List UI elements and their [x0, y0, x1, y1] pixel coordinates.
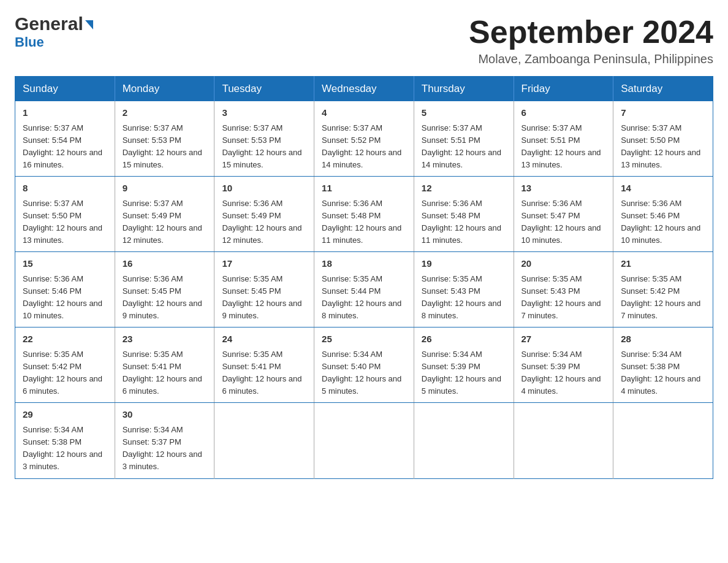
calendar-cell: 6Sunrise: 5:37 AMSunset: 5:51 PMDaylight…	[514, 101, 613, 177]
day-number: 26	[422, 332, 506, 347]
day-number: 17	[222, 257, 306, 271]
day-info: Sunrise: 5:37 AMSunset: 5:53 PMDaylight:…	[222, 122, 306, 172]
calendar-week-row: 22Sunrise: 5:35 AMSunset: 5:42 PMDayligh…	[15, 327, 713, 403]
location-subtitle: Molave, Zamboanga Peninsula, Philippines	[469, 52, 713, 66]
calendar-cell: 4Sunrise: 5:37 AMSunset: 5:52 PMDaylight…	[314, 101, 414, 177]
calendar-cell	[214, 403, 314, 478]
calendar-header-friday: Friday	[514, 77, 613, 102]
day-number: 6	[521, 106, 606, 120]
calendar-header-row: SundayMondayTuesdayWednesdayThursdayFrid…	[15, 77, 713, 102]
logo-blue-text: Blue	[15, 34, 44, 50]
calendar-cell: 1Sunrise: 5:37 AMSunset: 5:54 PMDaylight…	[15, 101, 115, 177]
calendar-cell	[514, 403, 613, 478]
day-number: 9	[123, 182, 207, 196]
day-info: Sunrise: 5:35 AMSunset: 5:42 PMDaylight:…	[23, 348, 107, 398]
calendar-header-saturday: Saturday	[613, 77, 713, 102]
day-info: Sunrise: 5:36 AMSunset: 5:49 PMDaylight:…	[222, 197, 306, 247]
day-info: Sunrise: 5:37 AMSunset: 5:50 PMDaylight:…	[23, 197, 107, 247]
calendar-cell: 22Sunrise: 5:35 AMSunset: 5:42 PMDayligh…	[15, 327, 115, 403]
calendar-cell: 14Sunrise: 5:36 AMSunset: 5:46 PMDayligh…	[613, 177, 713, 252]
calendar-cell: 5Sunrise: 5:37 AMSunset: 5:51 PMDaylight…	[414, 101, 514, 177]
day-number: 5	[422, 106, 506, 120]
day-number: 11	[322, 182, 406, 196]
day-number: 18	[322, 257, 406, 271]
calendar-cell: 17Sunrise: 5:35 AMSunset: 5:45 PMDayligh…	[214, 252, 314, 327]
calendar-header-sunday: Sunday	[15, 77, 115, 102]
day-info: Sunrise: 5:37 AMSunset: 5:50 PMDaylight:…	[621, 122, 705, 172]
day-info: Sunrise: 5:34 AMSunset: 5:40 PMDaylight:…	[322, 348, 406, 398]
day-number: 8	[23, 182, 107, 196]
calendar-cell: 13Sunrise: 5:36 AMSunset: 5:47 PMDayligh…	[514, 177, 613, 252]
calendar-week-row: 8Sunrise: 5:37 AMSunset: 5:50 PMDaylight…	[15, 177, 713, 252]
day-number: 19	[422, 257, 506, 271]
day-number: 23	[123, 332, 207, 347]
calendar-cell: 11Sunrise: 5:36 AMSunset: 5:48 PMDayligh…	[314, 177, 414, 252]
calendar-cell: 19Sunrise: 5:35 AMSunset: 5:43 PMDayligh…	[414, 252, 514, 327]
calendar-cell: 28Sunrise: 5:34 AMSunset: 5:38 PMDayligh…	[613, 327, 713, 403]
calendar-cell: 16Sunrise: 5:36 AMSunset: 5:45 PMDayligh…	[115, 252, 214, 327]
day-number: 25	[322, 332, 406, 347]
day-number: 29	[23, 408, 107, 422]
day-info: Sunrise: 5:37 AMSunset: 5:49 PMDaylight:…	[123, 197, 207, 247]
day-info: Sunrise: 5:34 AMSunset: 5:38 PMDaylight:…	[621, 348, 705, 398]
day-info: Sunrise: 5:36 AMSunset: 5:46 PMDaylight:…	[23, 273, 107, 323]
day-info: Sunrise: 5:35 AMSunset: 5:41 PMDaylight:…	[222, 348, 306, 398]
day-info: Sunrise: 5:37 AMSunset: 5:51 PMDaylight:…	[521, 122, 606, 172]
page-header: General Blue September 2024 Molave, Zamb…	[15, 15, 713, 66]
calendar-cell: 9Sunrise: 5:37 AMSunset: 5:49 PMDaylight…	[115, 177, 214, 252]
calendar-cell: 8Sunrise: 5:37 AMSunset: 5:50 PMDaylight…	[15, 177, 115, 252]
calendar-cell: 12Sunrise: 5:36 AMSunset: 5:48 PMDayligh…	[414, 177, 514, 252]
day-number: 4	[322, 106, 406, 120]
calendar-header-wednesday: Wednesday	[314, 77, 414, 102]
logo-triangle-icon	[85, 20, 93, 29]
calendar-header-monday: Monday	[115, 77, 214, 102]
month-title: September 2024	[469, 15, 713, 50]
day-info: Sunrise: 5:37 AMSunset: 5:52 PMDaylight:…	[322, 122, 406, 172]
day-number: 13	[521, 182, 606, 196]
calendar-cell	[414, 403, 514, 478]
day-info: Sunrise: 5:36 AMSunset: 5:45 PMDaylight:…	[123, 273, 207, 323]
calendar-cell: 15Sunrise: 5:36 AMSunset: 5:46 PMDayligh…	[15, 252, 115, 327]
calendar-table: SundayMondayTuesdayWednesdayThursdayFrid…	[15, 76, 713, 478]
day-number: 20	[521, 257, 606, 271]
calendar-cell: 29Sunrise: 5:34 AMSunset: 5:38 PMDayligh…	[15, 403, 115, 478]
day-info: Sunrise: 5:37 AMSunset: 5:51 PMDaylight:…	[422, 122, 506, 172]
calendar-cell: 2Sunrise: 5:37 AMSunset: 5:53 PMDaylight…	[115, 101, 214, 177]
day-info: Sunrise: 5:37 AMSunset: 5:53 PMDaylight:…	[123, 122, 207, 172]
day-info: Sunrise: 5:35 AMSunset: 5:45 PMDaylight:…	[222, 273, 306, 323]
calendar-header-tuesday: Tuesday	[214, 77, 314, 102]
calendar-header-thursday: Thursday	[414, 77, 514, 102]
day-number: 15	[23, 257, 107, 271]
day-number: 10	[222, 182, 306, 196]
logo-icon: General	[15, 15, 93, 33]
day-number: 21	[621, 257, 705, 271]
calendar-cell: 25Sunrise: 5:34 AMSunset: 5:40 PMDayligh…	[314, 327, 414, 403]
day-number: 14	[621, 182, 705, 196]
calendar-cell: 18Sunrise: 5:35 AMSunset: 5:44 PMDayligh…	[314, 252, 414, 327]
day-info: Sunrise: 5:35 AMSunset: 5:41 PMDaylight:…	[123, 348, 207, 398]
title-area: September 2024 Molave, Zamboanga Peninsu…	[469, 15, 713, 66]
calendar-week-row: 29Sunrise: 5:34 AMSunset: 5:38 PMDayligh…	[15, 403, 713, 478]
day-info: Sunrise: 5:34 AMSunset: 5:39 PMDaylight:…	[422, 348, 506, 398]
calendar-cell: 27Sunrise: 5:34 AMSunset: 5:39 PMDayligh…	[514, 327, 613, 403]
day-info: Sunrise: 5:34 AMSunset: 5:37 PMDaylight:…	[123, 424, 207, 473]
calendar-cell: 23Sunrise: 5:35 AMSunset: 5:41 PMDayligh…	[115, 327, 214, 403]
calendar-cell: 3Sunrise: 5:37 AMSunset: 5:53 PMDaylight…	[214, 101, 314, 177]
day-number: 30	[123, 408, 207, 422]
logo-general-text: General	[15, 15, 83, 33]
calendar-cell: 7Sunrise: 5:37 AMSunset: 5:50 PMDaylight…	[613, 101, 713, 177]
calendar-week-row: 15Sunrise: 5:36 AMSunset: 5:46 PMDayligh…	[15, 252, 713, 327]
calendar-cell: 10Sunrise: 5:36 AMSunset: 5:49 PMDayligh…	[214, 177, 314, 252]
day-info: Sunrise: 5:36 AMSunset: 5:46 PMDaylight:…	[621, 197, 705, 247]
calendar-cell	[613, 403, 713, 478]
day-info: Sunrise: 5:36 AMSunset: 5:47 PMDaylight:…	[521, 197, 606, 247]
calendar-cell	[314, 403, 414, 478]
day-number: 2	[123, 106, 207, 120]
day-info: Sunrise: 5:35 AMSunset: 5:42 PMDaylight:…	[621, 273, 705, 323]
day-number: 27	[521, 332, 606, 347]
day-number: 3	[222, 106, 306, 120]
calendar-cell: 26Sunrise: 5:34 AMSunset: 5:39 PMDayligh…	[414, 327, 514, 403]
calendar-cell: 21Sunrise: 5:35 AMSunset: 5:42 PMDayligh…	[613, 252, 713, 327]
day-info: Sunrise: 5:37 AMSunset: 5:54 PMDaylight:…	[23, 122, 107, 172]
day-number: 16	[123, 257, 207, 271]
